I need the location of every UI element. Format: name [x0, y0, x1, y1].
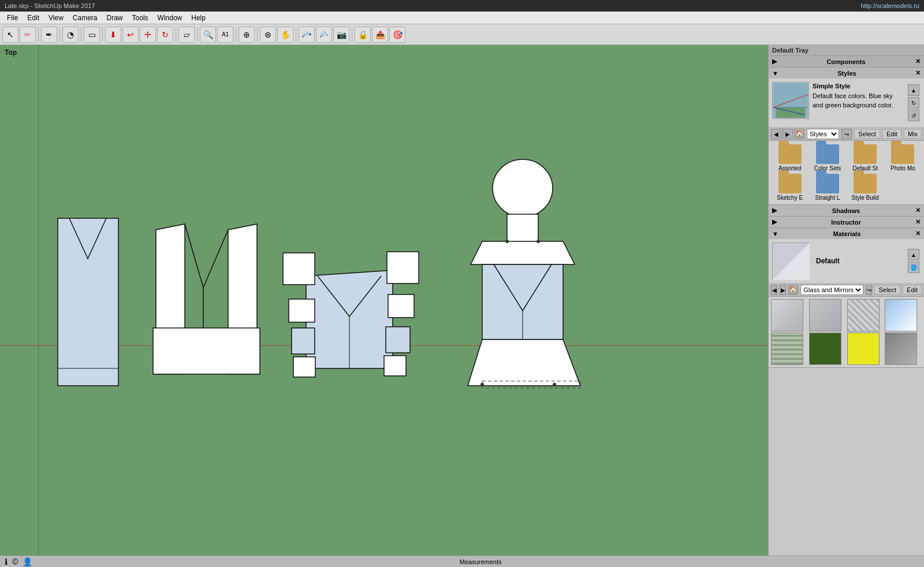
- tool-pencil[interactable]: ✒: [41, 27, 57, 43]
- tool-move[interactable]: ↩: [122, 27, 139, 43]
- menu-edit[interactable]: Edit: [23, 13, 44, 23]
- material-action-buttons: ▲ 🪣: [907, 247, 921, 275]
- tool-text[interactable]: A1: [217, 27, 233, 43]
- folder-photo-icon: [891, 144, 914, 164]
- swatch-5[interactable]: [771, 333, 803, 365]
- menu-window[interactable]: Window: [153, 13, 187, 23]
- swatch-6[interactable]: [809, 333, 841, 365]
- tool-orbit[interactable]: 🔍: [200, 27, 216, 43]
- instructor-close-icon[interactable]: ✕: [915, 218, 921, 226]
- separator-6: [197, 28, 198, 42]
- mat-back-btn[interactable]: ◀: [771, 285, 777, 295]
- components-section-header[interactable]: ▶ Components ✕: [769, 56, 924, 68]
- tool-arc[interactable]: ◔: [62, 27, 79, 43]
- shadows-close-icon[interactable]: ✕: [915, 207, 921, 214]
- tool-hand[interactable]: ✋: [277, 27, 293, 43]
- viewport[interactable]: Top: [0, 45, 768, 555]
- materials-preview-area: Default ▲ 🪣: [769, 239, 924, 284]
- separator-1: [38, 28, 39, 42]
- styles-forward-btn[interactable]: ▶: [783, 129, 793, 139]
- styles-save-btn[interactable]: ↪: [841, 129, 852, 139]
- menu-view[interactable]: View: [44, 13, 68, 23]
- title-bar: Late.skp - SketchUp Make 2017 http://sca…: [0, 0, 924, 12]
- styles-tabs-bar: ◀ ▶ 🏠 Styles ↪ Select Edit Mix: [769, 128, 924, 141]
- materials-dropdown[interactable]: Glass and Mirrors: [800, 285, 863, 295]
- tool-push-pull[interactable]: ⬇: [105, 27, 121, 43]
- style-scroll-up[interactable]: ▲: [908, 84, 919, 96]
- tool-zoom-in[interactable]: 🔎+: [299, 27, 315, 43]
- styles-close-icon[interactable]: ✕: [915, 69, 921, 77]
- status-info-icon[interactable]: ℹ: [5, 557, 8, 566]
- menu-file[interactable]: File: [2, 13, 23, 23]
- tool-rotate[interactable]: ✛: [140, 27, 156, 43]
- components-close-icon[interactable]: ✕: [915, 58, 921, 65]
- mat-tab-edit[interactable]: Edit: [903, 285, 922, 294]
- folder-photo[interactable]: Photo Mo: [885, 144, 921, 171]
- svg-rect-19: [507, 214, 538, 243]
- components-label-arrow: ▶: [772, 58, 777, 65]
- separator-7: [236, 28, 236, 42]
- tool-eraser[interactable]: ✏: [20, 27, 36, 43]
- tool-scale[interactable]: ↻: [157, 27, 173, 43]
- tab-edit[interactable]: Edit: [882, 129, 901, 139]
- instructor-header[interactable]: ▶ Instructor ✕: [769, 217, 924, 227]
- mat-forward-btn[interactable]: ▶: [780, 285, 786, 295]
- svg-rect-14: [388, 294, 414, 318]
- styles-back-btn[interactable]: ◀: [771, 129, 781, 139]
- svg-rect-32: [773, 83, 808, 107]
- tool-look-around[interactable]: 📤: [372, 27, 388, 43]
- shadows-label: Shadows: [832, 207, 860, 214]
- components-label: Components: [826, 58, 865, 65]
- tool-shapes[interactable]: ▭: [84, 27, 100, 43]
- swatch-2[interactable]: [809, 299, 841, 331]
- style-rotate[interactable]: ↻: [908, 97, 919, 109]
- styles-home-btn[interactable]: 🏠: [794, 129, 804, 139]
- tool-paint[interactable]: ⊛: [260, 27, 276, 43]
- status-copyright-icon[interactable]: ©: [12, 557, 18, 566]
- styles-arrow-icon: ▼: [772, 70, 778, 77]
- material-paint-bucket[interactable]: 🪣: [908, 262, 919, 273]
- swatch-8[interactable]: [885, 333, 917, 365]
- mat-home-btn[interactable]: 🏠: [788, 285, 798, 295]
- material-scroll-up[interactable]: ▲: [908, 249, 919, 260]
- folder-straight[interactable]: Straight L: [810, 174, 845, 201]
- folder-default[interactable]: Default St: [848, 144, 883, 171]
- material-thumbnail: [772, 243, 809, 279]
- tool-position[interactable]: 🎯: [389, 27, 405, 43]
- status-user-icon[interactable]: 👤: [23, 557, 32, 566]
- menu-draw[interactable]: Draw: [102, 13, 128, 23]
- mat-save-btn[interactable]: ↪: [866, 285, 872, 295]
- tool-dimension[interactable]: ⊕: [239, 27, 255, 43]
- svg-point-26: [553, 383, 556, 386]
- tool-zoom-extents[interactable]: 📷: [333, 27, 349, 43]
- tab-select[interactable]: Select: [854, 129, 880, 139]
- tab-mix[interactable]: Mix: [904, 129, 922, 139]
- materials-close-icon[interactable]: ✕: [915, 230, 921, 237]
- folder-colorsets[interactable]: Color Sets: [810, 144, 845, 171]
- default-tray-header: Default Tray: [769, 45, 924, 56]
- styles-dropdown[interactable]: Styles: [807, 129, 839, 139]
- svg-marker-0: [58, 218, 118, 386]
- swatch-4[interactable]: [885, 299, 917, 331]
- menu-help[interactable]: Help: [187, 13, 210, 23]
- tool-zoom-out[interactable]: 🔎-: [316, 27, 332, 43]
- folder-stylebuild[interactable]: Style Build: [848, 174, 883, 201]
- folder-sketchy[interactable]: Sketchy E: [772, 174, 807, 201]
- tool-select[interactable]: ↖: [2, 27, 18, 43]
- swatch-1[interactable]: [771, 299, 803, 331]
- tool-walk[interactable]: 🔒: [355, 27, 371, 43]
- menu-camera[interactable]: Camera: [68, 13, 102, 23]
- materials-section-header[interactable]: ▼ Materials ✕: [769, 228, 924, 239]
- menu-tools[interactable]: Tools: [128, 13, 153, 23]
- folder-assorted-icon: [778, 144, 802, 164]
- swatch-7[interactable]: [847, 333, 880, 365]
- svg-rect-10: [289, 299, 315, 322]
- folder-assorted[interactable]: Assorted: [772, 144, 807, 171]
- mat-tab-select[interactable]: Select: [874, 285, 900, 294]
- styles-section-header[interactable]: ▼ Styles ✕: [769, 68, 924, 79]
- shadows-header[interactable]: ▶ Shadows ✕: [769, 205, 924, 216]
- svg-rect-4: [153, 328, 260, 374]
- swatch-3[interactable]: [847, 299, 880, 331]
- style-refresh[interactable]: ↺: [908, 110, 919, 121]
- tool-offset[interactable]: ▱: [178, 27, 195, 43]
